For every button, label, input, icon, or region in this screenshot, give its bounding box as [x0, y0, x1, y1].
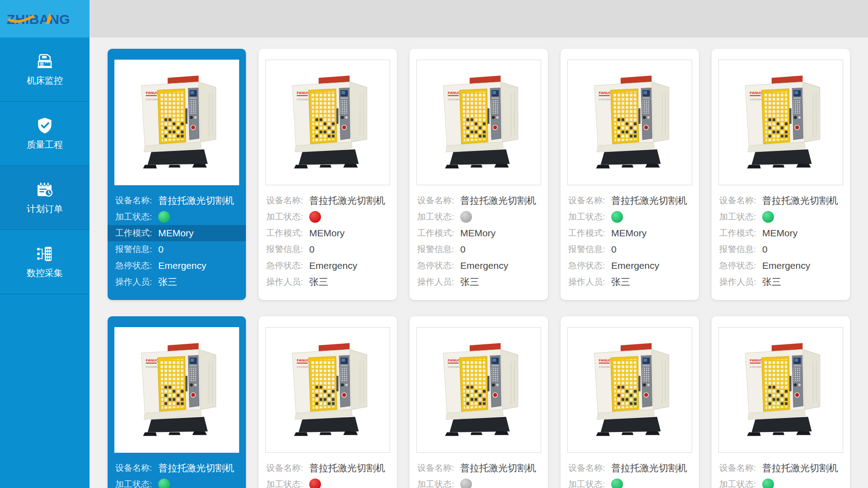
logo: ZHIBANG	[0, 0, 90, 38]
work-mode-row: 工作模式: MEMory	[108, 225, 246, 241]
process-status-label: 加工状态:	[568, 211, 611, 223]
machine-image: FANUC 0-D21MA	[718, 60, 843, 185]
machine-image: FANUC 0-D21MA	[114, 60, 239, 185]
sidebar-item-planned-orders[interactable]: 计划订单	[0, 166, 90, 230]
estop-status-value: Emergency	[611, 260, 659, 271]
estop-status-row: 急停状态: Emergency	[561, 258, 699, 274]
machine-card[interactable]: FANUC 0-D21MA	[712, 49, 850, 300]
machine-card[interactable]: FANUC 0-D21MA	[259, 316, 397, 488]
svg-text:0-D21MA: 0-D21MA	[146, 366, 157, 368]
estop-status-row: 急停状态: Emergency	[259, 258, 397, 274]
svg-text:FANUC: FANUC	[750, 91, 762, 95]
sidebar-item-quality-engineering[interactable]: 质量工程	[0, 102, 90, 166]
sidebar-item-machine-monitor[interactable]: 机床监控	[0, 38, 90, 102]
svg-text:FANUC: FANUC	[146, 91, 158, 95]
sidebar-item-label: 数控采集	[27, 267, 63, 279]
device-name-value: 普拉托激光切割机	[762, 194, 838, 207]
machine-image: FANUC 0-D21MA	[416, 60, 541, 185]
device-name-label: 设备名称:	[568, 195, 611, 206]
process-status-label: 加工状态:	[417, 211, 460, 223]
work-mode-value: MEMory	[762, 228, 797, 239]
device-name-row: 设备名称: 普拉托激光切割机	[712, 460, 850, 476]
alarm-info-value: 0	[460, 244, 466, 255]
operator-row: 操作人员: 张三	[712, 274, 850, 290]
operator-value: 张三	[762, 276, 781, 288]
machine-image: FANUC 0-D21MA	[114, 327, 239, 453]
alarm-info-value: 0	[762, 244, 768, 255]
svg-text:0-D21MA: 0-D21MA	[297, 98, 308, 101]
estop-status-label: 急停状态:	[266, 260, 309, 272]
status-dot	[158, 479, 170, 488]
operator-row: 操作人员: 张三	[561, 274, 699, 290]
machine-image: FANUC 0-D21MA	[265, 60, 390, 185]
fanuc-cnc-machine-photo-icon: FANUC 0-D21MA	[722, 338, 840, 442]
operator-label: 操作人员:	[719, 276, 762, 288]
machine-card[interactable]: FANUC 0-D21MA	[108, 49, 246, 300]
device-name-row: 设备名称: 普拉托激光切割机	[108, 192, 246, 209]
work-mode-row: 工作模式: MEMory	[712, 225, 850, 241]
fanuc-cnc-machine-photo-icon: FANUC 0-D21MA	[118, 70, 236, 175]
machine-card[interactable]: FANUC 0-D21MA	[410, 316, 548, 488]
svg-text:FANUC: FANUC	[297, 358, 309, 362]
operator-label: 操作人员:	[115, 276, 158, 288]
operator-value: 张三	[611, 276, 630, 288]
device-name-value: 普拉托激光切割机	[611, 462, 687, 474]
alarm-info-row: 报警信息: 0	[259, 241, 397, 258]
machine-info: 设备名称: 普拉托激光切割机 加工状态: 工作模式: MEMory 报警信息: …	[410, 192, 548, 290]
machine-card[interactable]: FANUC 0-D21MA	[561, 49, 699, 300]
device-name-label: 设备名称:	[417, 462, 460, 474]
work-mode-label: 工作模式:	[719, 227, 762, 239]
estop-status-value: Emergency	[158, 260, 206, 271]
estop-status-label: 急停状态:	[115, 260, 158, 272]
process-status-row: 加工状态:	[561, 476, 699, 488]
alarm-info-row: 报警信息: 0	[108, 241, 246, 258]
operator-label: 操作人员:	[568, 276, 611, 288]
machine-card[interactable]: FANUC 0-D21MA	[108, 316, 246, 488]
estop-status-value: Emergency	[309, 260, 357, 271]
fanuc-cnc-machine-photo-icon: FANUC 0-D21MA	[420, 338, 538, 442]
estop-status-label: 急停状态:	[568, 260, 611, 272]
fanuc-cnc-machine-photo-icon: FANUC 0-D21MA	[420, 70, 538, 175]
svg-text:0-D21MA: 0-D21MA	[750, 98, 761, 101]
operator-label: 操作人员:	[266, 276, 309, 288]
svg-text:0-D21MA: 0-D21MA	[448, 366, 459, 368]
process-status-row: 加工状态:	[410, 209, 548, 225]
topbar	[90, 0, 868, 38]
device-name-row: 设备名称: 普拉托激光切割机	[259, 192, 397, 209]
status-dot	[158, 211, 170, 223]
svg-text:0-D21MA: 0-D21MA	[146, 98, 157, 101]
process-status-row: 加工状态:	[259, 209, 397, 225]
svg-text:0-D21MA: 0-D21MA	[448, 98, 459, 101]
process-status-row: 加工状态:	[108, 476, 246, 488]
work-mode-row: 工作模式: MEMory	[561, 225, 699, 241]
machine-image: FANUC 0-D21MA	[567, 327, 692, 453]
alarm-info-label: 报警信息:	[719, 244, 762, 255]
svg-text:FANUC: FANUC	[599, 358, 611, 362]
machine-card[interactable]: FANUC 0-D21MA	[259, 49, 397, 300]
logo-text: ZHIBANG	[7, 12, 70, 27]
device-name-label: 设备名称:	[719, 462, 762, 474]
process-status-label: 加工状态:	[266, 479, 309, 488]
sidebar-item-cnc-collection[interactable]: 数控采集	[0, 230, 90, 294]
sidebar-item-label: 质量工程	[27, 139, 63, 151]
alarm-info-row: 报警信息: 0	[712, 241, 850, 258]
device-name-value: 普拉托激光切割机	[309, 462, 385, 474]
machine-card[interactable]: FANUC 0-D21MA	[561, 316, 699, 488]
machine-image: FANUC 0-D21MA	[416, 327, 541, 453]
status-dot	[611, 211, 623, 223]
machine-card[interactable]: FANUC 0-D21MA	[712, 316, 850, 488]
work-mode-value: MEMory	[309, 228, 344, 239]
work-mode-label: 工作模式:	[115, 227, 158, 239]
machine-card[interactable]: FANUC 0-D21MA	[410, 49, 548, 300]
estop-status-row: 急停状态: Emergency	[712, 258, 850, 274]
work-mode-row: 工作模式: MEMory	[259, 225, 397, 241]
alarm-info-value: 0	[611, 244, 617, 255]
operator-value: 张三	[460, 276, 479, 288]
machine-info: 设备名称: 普拉托激光切割机 加工状态: 工作模式: MEMory 报警信息: …	[712, 192, 850, 290]
alarm-info-row: 报警信息: 0	[410, 241, 548, 258]
device-name-value: 普拉托激光切割机	[460, 462, 536, 474]
device-name-value: 普拉托激光切割机	[460, 194, 536, 207]
device-name-value: 普拉托激光切割机	[309, 194, 385, 207]
svg-text:FANUC: FANUC	[599, 91, 611, 95]
alarm-info-label: 报警信息:	[115, 244, 158, 255]
